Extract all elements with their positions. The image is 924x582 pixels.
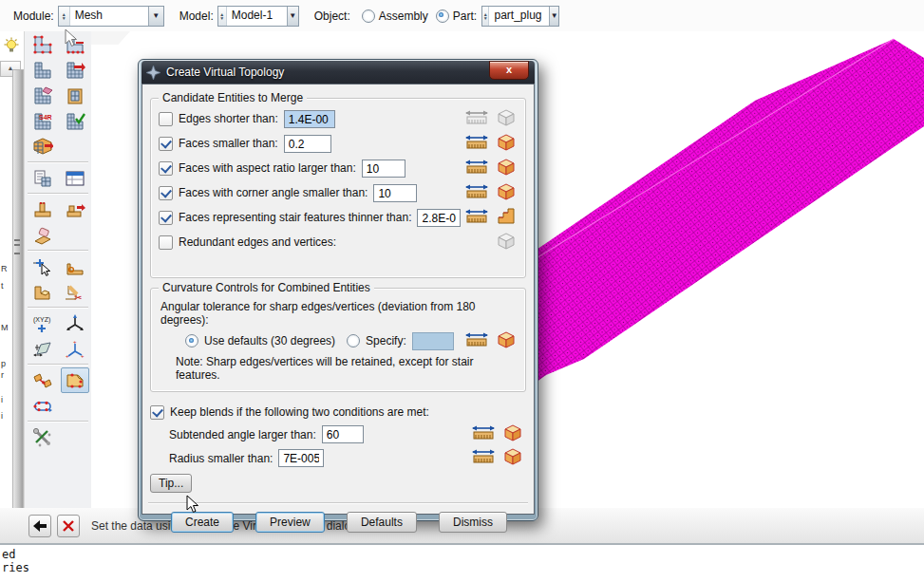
edges-shorter-checkbox[interactable] [159,112,173,126]
virtual-topology-create-icon[interactable] [61,367,89,393]
prompt-cancel-button[interactable] [57,515,80,537]
specify-field[interactable] [412,332,454,350]
aspect-ratio-checkbox[interactable] [159,161,173,176]
svg-text:(XYZ): (XYZ) [33,316,50,324]
spinner-icon[interactable]: ▲▼ [218,7,227,26]
preview-button[interactable]: Preview [255,512,325,533]
mesh-orientation-icon[interactable] [28,134,57,160]
candidate-entities-group: Candidate Entities to Merge Edges shorte… [150,98,526,278]
ruler-icon [472,425,495,443]
cube-icon [497,133,516,155]
cancel-x-icon [63,520,74,532]
create-button[interactable]: Create [171,512,234,533]
subtended-angle-label: Subtended angle larger than: [169,428,316,441]
assembly-radio-label[interactable]: Assembly [379,9,428,23]
tree-label-fragment: R [1,264,11,273]
radius-smaller-field[interactable] [278,449,324,467]
abaqus-dialog-icon [146,66,160,80]
edit-mesh-icon[interactable] [61,83,89,108]
partition-cell-icon[interactable] [28,279,57,305]
cube-icon [503,447,522,469]
partition-face-circle-icon[interactable] [61,253,89,279]
datum-point-cursor-icon[interactable] [28,253,57,279]
spinner-icon[interactable]: ▲▼ [482,7,489,26]
specify-label[interactable]: Specify: [366,334,406,347]
tree-label-fragment: r [1,370,11,380]
mesh-table-icon[interactable] [61,165,89,191]
model-combobox[interactable]: ▲▼ Model-1 ▼ [217,6,299,27]
panel-splitter[interactable] [12,69,24,510]
seed-part-icon[interactable] [28,31,57,57]
partition-edge-icon[interactable] [28,197,57,222]
corner-angle-field[interactable] [373,184,417,202]
datum-axis-icon[interactable] [61,310,89,336]
keep-blends-label: Keep blends if the following two conditi… [170,405,429,419]
use-defaults-radio[interactable] [185,334,198,347]
module-combobox[interactable]: ▲▼ Mesh ▼ [58,6,164,27]
toolbox-separator [28,421,88,422]
assembly-radio[interactable] [362,9,375,23]
datum-xyz-icon[interactable]: (XYZ) [28,310,57,336]
prompt-back-button[interactable] [28,515,51,537]
faces-smaller-field[interactable] [284,135,331,153]
partition-sketch-icon[interactable]: ✂ [61,279,89,305]
radius-smaller-label: Radius smaller than: [169,452,273,465]
message-console[interactable]: ed ries [0,543,924,582]
subtended-angle-field[interactable] [322,425,364,443]
query-lightbulb-icon[interactable] [1,34,22,59]
mesh-region-icon[interactable] [61,57,89,83]
redundant-entities-checkbox[interactable] [159,235,173,250]
chevron-down-icon[interactable]: ▼ [148,7,163,26]
assign-element-type-icon[interactable]: S4R [28,108,57,134]
specify-radio[interactable] [347,334,360,347]
redundant-entities-label: Redundant edges and vertices: [179,235,336,249]
part-radio[interactable] [436,9,449,23]
partition-edge2-icon[interactable] [61,197,89,222]
mesh-copy-icon[interactable] [28,165,57,191]
ruler-icon [465,209,488,227]
stair-features-checkbox[interactable] [159,211,173,225]
part-radio-label[interactable]: Part: [453,9,477,23]
remove-partition-icon[interactable] [28,222,57,248]
cube-icon [497,108,516,130]
close-x-icon: x [506,64,512,75]
defaults-button[interactable]: Defaults [347,512,417,533]
seed-edges-icon[interactable] [61,31,89,57]
dismiss-button[interactable]: Dismiss [439,512,507,533]
toolbox-separator [28,193,88,195]
part-combobox[interactable]: ▲▼ part_plug ▼ [481,6,559,27]
model-value: Model-1 [227,7,287,26]
virtual-topology-combine-icon[interactable] [28,367,57,393]
use-defaults-label[interactable]: Use defaults (30 degrees) [204,334,335,347]
tree-label-fragment: p [1,359,11,368]
spinner-icon[interactable]: ▲▼ [59,7,70,26]
stair-features-field[interactable] [417,209,461,227]
mesh-part-icon[interactable] [28,57,57,83]
mesh-toolbox: S4R✂(XYZ)+++ [24,31,91,508]
cube-icon [497,232,516,253]
chevron-down-icon[interactable]: ▼ [287,7,298,26]
aspect-ratio-field[interactable] [362,160,405,178]
verify-mesh-icon[interactable] [61,108,89,134]
back-arrow-icon [33,520,47,532]
edges-shorter-label: Edges shorter than: [179,112,278,125]
svg-text:S4R: S4R [39,114,52,121]
datum-csys-icon[interactable]: +++ [61,336,89,362]
delete-mesh-icon[interactable] [28,83,57,108]
group-title: Candidate Entities to Merge [159,91,307,104]
corner-angle-checkbox[interactable] [159,186,173,200]
close-button[interactable]: x [489,61,529,80]
tree-label-fragment: t [1,281,11,291]
datum-plane-icon[interactable] [28,336,57,362]
ruler-icon [465,110,488,128]
customize-toolbox-icon[interactable] [28,424,57,450]
keep-blends-checkbox[interactable] [150,405,164,420]
tip-button[interactable]: Tip... [150,474,192,493]
model-label: Model: [179,9,214,23]
faces-smaller-checkbox[interactable] [159,137,173,151]
chevron-down-icon[interactable]: ▼ [549,7,558,26]
edges-shorter-field[interactable] [284,110,335,128]
dialog-titlebar[interactable]: Create Virtual Topology x [141,61,535,84]
virtual-topology-edge-icon[interactable] [28,393,57,419]
aspect-ratio-label: Faces with aspect ratio larger than: [179,161,356,175]
